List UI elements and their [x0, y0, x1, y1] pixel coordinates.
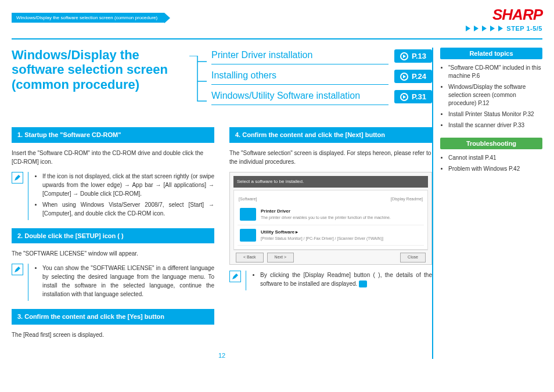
- ss-item-title: Utility Software ▸: [261, 229, 422, 236]
- toc-link-printer-driver[interactable]: Printer Driver installation: [211, 48, 388, 64]
- ss-item-title: Printer Driver: [261, 208, 422, 215]
- branch-connector-icon: [189, 56, 207, 108]
- software-selection-screenshot: Select a software to be installed. [Soft…: [229, 172, 432, 265]
- related-topic-link[interactable]: Install the scanner driver P.33: [448, 121, 542, 130]
- step-3-text: The [Read first] screen is displayed.: [12, 330, 214, 339]
- page-ref-chip[interactable]: P.24: [394, 70, 432, 83]
- ss-tab-software: [Software]: [239, 196, 257, 203]
- step-arrow-icon: [474, 26, 479, 31]
- step-arrow-icon: [466, 26, 470, 31]
- page-ref-chip[interactable]: P.31: [394, 90, 432, 103]
- ss-next-button: Next >: [267, 253, 294, 262]
- ss-item-desc: The printer driver enables you to use th…: [261, 215, 422, 221]
- page-ref-chip[interactable]: P.13: [394, 49, 432, 63]
- troubleshooting-heading: Troubleshooting: [440, 138, 542, 149]
- step-1-text: Insert the "Software CD-ROM" into the CD…: [12, 149, 214, 166]
- header-rule: [12, 38, 542, 39]
- ss-item-desc: [Printer Status Monitor] / [PC-Fax Drive…: [261, 236, 422, 242]
- utility-icon: [240, 229, 256, 242]
- troubleshooting-link[interactable]: Cannot install P.41: [448, 154, 542, 162]
- step-indicator: STEP 1-5/5: [506, 25, 542, 32]
- step-arrow-icon: [482, 26, 487, 31]
- ss-tab-readme: [Display Readme]: [391, 196, 423, 203]
- play-icon: [400, 93, 408, 101]
- toc-link-utility-software[interactable]: Windows/Utility Software installation: [211, 88, 388, 105]
- ss-close-button: Close: [400, 253, 426, 262]
- printer-icon: [240, 208, 256, 221]
- readme-button-icon: [359, 280, 367, 287]
- step-2-text: The "SOFTWARE LICENSE" window will appea…: [12, 249, 214, 258]
- sharp-logo: SHARP: [466, 6, 542, 24]
- page-ref-label: P.13: [412, 52, 426, 60]
- note-item: When using Windows Vista/Server 2008/7, …: [42, 200, 214, 218]
- related-topic-link[interactable]: Windows/Display the software selection s…: [448, 83, 542, 107]
- step-heading-1: 1. Startup the "Software CD-ROM": [12, 127, 214, 143]
- page-ref-label: P.24: [412, 72, 426, 81]
- ss-back-button: < Back: [236, 253, 264, 262]
- play-icon: [400, 52, 408, 60]
- page-title: Windows/Display the software selection s…: [12, 48, 192, 92]
- related-topics-heading: Related topics: [440, 48, 542, 59]
- note-text: By clicking the [Display Readme] button …: [260, 272, 432, 287]
- ss-title: Select a software to be installed.: [233, 176, 428, 188]
- toc-link-installing-others[interactable]: Installing others: [211, 68, 388, 85]
- play-icon: [400, 73, 408, 81]
- related-topic-link[interactable]: Install Printer Status Monitor P.32: [448, 110, 542, 118]
- step-heading-2: 2. Double click the [SETUP] icon ( ): [12, 228, 214, 244]
- note-item: You can show the "SOFTWARE LICENSE" in a…: [42, 264, 214, 299]
- note-item: If the icon is not displayed, click at t…: [42, 172, 214, 198]
- step-4-text: The "Software selection" screen is displ…: [229, 149, 432, 166]
- step-arrow-icon: [498, 26, 503, 31]
- related-topic-link[interactable]: "Software CD-ROM" included in this machi…: [448, 64, 542, 80]
- breadcrumb: Windows/Display the software selection s…: [12, 13, 164, 23]
- page-number: 12: [12, 352, 432, 359]
- step-arrow-icon: [490, 26, 495, 31]
- troubleshooting-link[interactable]: Problem with Windows P.42: [448, 165, 542, 173]
- page-ref-label: P.31: [412, 92, 426, 101]
- step-heading-3: 3. Confirm the content and click the [Ye…: [12, 309, 214, 325]
- step-heading-4: 4. Confirm the content and click the [Ne…: [229, 127, 432, 143]
- pencil-note-icon: [12, 264, 23, 275]
- pencil-note-icon: [12, 172, 23, 184]
- pencil-note-icon: [229, 271, 241, 282]
- note-item: By clicking the [Display Readme] button …: [260, 271, 432, 288]
